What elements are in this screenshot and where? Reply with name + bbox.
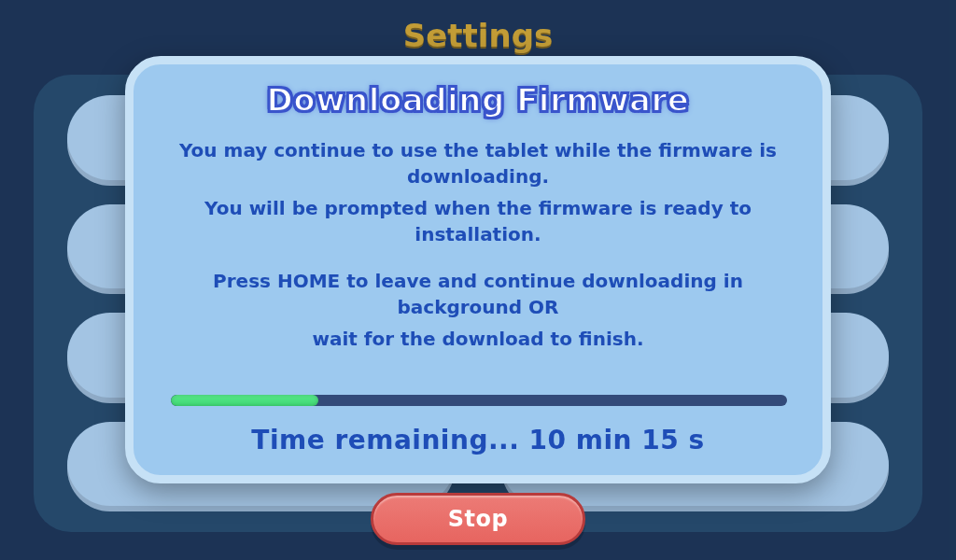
dialog-line-4: wait for the download to finish.	[171, 326, 785, 352]
download-firmware-dialog: Downloading Firmware You may continue to…	[125, 56, 831, 483]
dialog-line-2: You will be prompted when the firmware i…	[171, 195, 785, 247]
dialog-title: Downloading Firmware	[171, 81, 785, 119]
dialog-body: You may continue to use the tablet while…	[171, 137, 785, 352]
dialog-line-3: Press HOME to leave and continue downloa…	[171, 268, 785, 320]
modal-overlay: Downloading Firmware You may continue to…	[0, 0, 956, 560]
progress-bar	[171, 395, 787, 406]
stop-button[interactable]: Stop	[371, 493, 585, 545]
time-remaining-label: Time remaining... 10 min 15 s	[171, 425, 785, 455]
dialog-line-1: You may continue to use the tablet while…	[171, 137, 785, 189]
progress-bar-fill	[171, 395, 318, 406]
